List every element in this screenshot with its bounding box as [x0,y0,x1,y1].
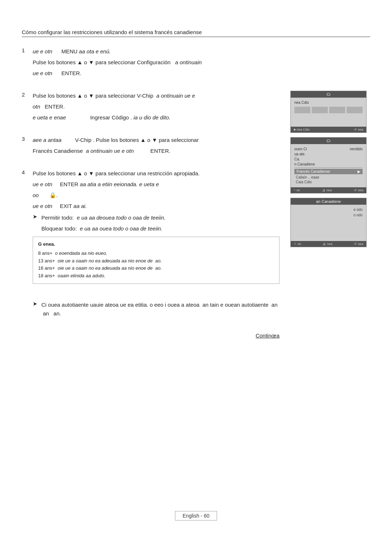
final-note: ➤ Ci ouea autotiaente uauie ateoa ue ea … [33,301,279,318]
step-1-line-3: ue e otn ENTER. [33,69,279,78]
panel-3-row-1: e odo [294,208,363,212]
panel-2-subrow-2: Caia Cdio [294,180,363,184]
step-1-line-1: ue e otn MENU aa ota e enú. [33,47,279,56]
panel-1-input-1 [294,107,310,113]
footer-text: English - 60 [183,513,209,519]
panel-3-body: e odo o odo [291,205,366,241]
step-2: 2 Pulse los botones ▲ o ▼ para seleccion… [22,91,279,124]
panel-1-footer: ■ nea Cdio ↺ eea [291,127,366,132]
panel-2-label-4: n Canadiene [294,162,315,166]
continuation-text: Continœa [256,332,279,339]
left-content: 1 ue e otn MENU aa ota e enú. Pulse los … [22,47,290,339]
step-4-content: Pulse los botones ▲ o ▼ para seleccionar… [33,169,279,289]
panel-1-label: nea Cdio [294,101,309,105]
step-number-2: 2 [22,91,28,124]
panel-3-row-2: o odo [294,213,363,217]
step-3-line-1: aee a antaa V-Chip . Pulse los botones ▲… [33,136,279,144]
panel-2-label-1: oueo Ci [294,147,307,151]
arrow-text-1: Permitir todo: e ua aa deouea todo o oaa… [41,213,279,222]
page-title: Cómo configurar las restricciones utiliz… [22,29,202,35]
panel-2-subrow-1: Cailaín .. eaae [294,175,363,180]
panel-1-title: Ci [291,91,366,98]
step-number-1: 1 [22,47,28,80]
note-title: G enea. [38,241,274,248]
step-2-line-1: Pulse los botones ▲ o ▼ para seleccionar… [33,91,279,100]
panel-2: Ci oueo Ci nendido ua ate. Ca. n Canadie… [290,137,367,193]
panel-1: Ci nea Cdio ■ nea Cdio ↺ eea [290,91,367,133]
panel-2-row-4: n Canadiene [294,162,363,166]
panel-2-footer-3: ↺ eea [354,188,363,192]
step-1-content: ue e otn MENU aa ota e enú. Pulse los bo… [33,47,279,80]
content-area: 1 ue e otn MENU aa ota e enú. Pulse los … [22,47,370,339]
panel-2-divider [294,167,363,168]
step-number-4: 4 [22,169,28,289]
panel-3-footer-2: 🖨 nea [323,242,332,246]
note-line-3: 16 ans+ oie ue a oaain no ea adeuada aa … [38,265,274,272]
note-line-1: 8 ans+ o eoendada aa nio eueo. [38,250,274,257]
arrow-item-2: Bloquear todo: e ua aa ouea todo o oaa d… [33,224,279,233]
panel-1-input-2 [312,107,328,113]
final-note-text: Ci ouea autotiaente uauie ateoa ue ea et… [41,301,279,318]
panel-2-select[interactable]: Francés Canadiense ▶ [294,169,363,174]
panel-2-select-label: Francés Canadiense [297,170,330,173]
arrow-text-2: Bloquear todo: e ua aa ouea todo o oaa d… [41,224,279,233]
panel-2-body: oueo Ci nendido ua ate. Ca. n Canadiene … [291,144,366,187]
step-2-line-3: e ueta e enae Ingresar Código . ia u dio… [33,113,279,122]
step-3-content: aee a antaa V-Chip . Pulse los botones ▲… [33,136,279,158]
page-container: Cómo configurar las restricciones utiliz… [0,0,392,535]
panel-1-footer-1: ■ nea Cdio [294,128,310,131]
step-4-line-4: ue e otn EXIT aa ai. [33,202,279,211]
panel-1-inputs [294,107,363,113]
step-1-line-2: Pulse los botones ▲ o ▼ para seleccionar… [33,58,279,67]
panel-1-row-1: nea Cdio [294,101,363,105]
panel-2-footer-2: 🖨 nea [322,188,332,192]
panel-1-footer-2: ↺ eea [354,128,363,131]
step-1: 1 ue e otn MENU aa ota e enú. Pulse los … [22,47,279,80]
panel-1-body: nea Cdio [291,98,366,127]
panel-2-title: Ci [291,138,366,144]
page-footer: English - 60 [175,511,217,520]
right-panels: Ci nea Cdio ■ nea Cdio ↺ eea [290,91,370,339]
step-4-line-2: ue e otn ENTER aa atia a etiin eeionada.… [33,180,279,189]
panel-2-row-3: Ca. [294,157,363,161]
arrow-item-1: ➤ Permitir todo: e ua aa deouea todo o o… [33,213,279,222]
panel-3-footer-1: ✧ oe [294,242,301,246]
panel-3: an Canadiene e odo o odo ✧ oe 🖨 nea ↺ ee… [290,198,367,247]
step-2-content: Pulse los botones ▲ o ▼ para seleccionar… [33,91,279,124]
step-number-3: 3 [22,136,28,158]
panel-2-label-3: Ca. [294,157,300,161]
step-4-line-3: oo 🔒. [33,191,279,200]
panel-3-title: an Canadiene [291,198,366,205]
panel-3-label-1: e odo [354,208,363,212]
step-4: 4 Pulse los botones ▲ o ▼ para seleccion… [22,169,279,289]
arrow-icon-2 [33,224,38,233]
panel-2-footer-1: ÷ oe [294,188,300,192]
arrow-icon-1: ➤ [33,213,38,222]
panel-2-row-2: ua ate. [294,152,363,156]
panel-2-value-1: nendido [350,147,363,151]
step-2-line-2: otn ENTER. [33,102,279,111]
note-line-4: 18 ans+ oaain etinida aa aduto. [38,272,274,280]
note-box: G enea. 8 ans+ o eoendada aa nio eueo. 1… [33,237,279,284]
panel-3-footer-3: ↺ eea [354,242,363,246]
step-4-line-1: Pulse los botones ▲ o ▼ para seleccionar… [33,169,279,178]
final-arrow-icon: ➤ [33,301,38,318]
step-3: 3 aee a antaa V-Chip . Pulse los botones… [22,136,279,158]
panel-2-row-1: oueo Ci nendido [294,147,363,151]
panel-2-label-2: ua ate. [294,152,306,156]
title-section: Cómo configurar las restricciones utiliz… [22,29,370,37]
panel-1-input-3 [329,107,345,113]
panel-3-footer: ✧ oe 🖨 nea ↺ eea [291,241,366,247]
note-line-2: 13 ans+ oie ue a oaain no ea adeuada aa … [38,257,274,265]
continuation-link: Continœa [22,332,279,339]
panel-2-footer: ÷ oe 🖨 nea ↺ eea [291,187,366,193]
panel-1-input-4 [347,107,363,113]
panel-3-label-2: o odo [354,213,363,217]
step-3-line-2: Francés Canadiense a ontinuain ue e otn … [33,147,279,155]
panel-2-select-arrow: ▶ [358,170,360,173]
